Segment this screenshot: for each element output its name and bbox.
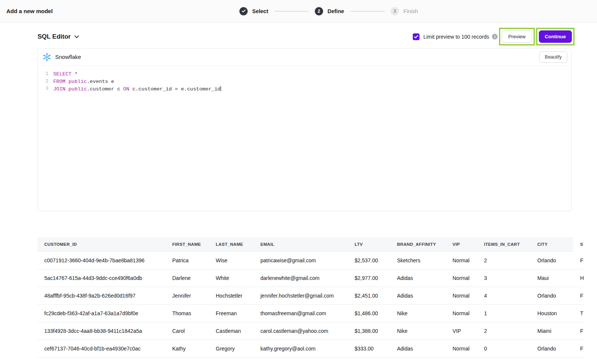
table-cell: Normal bbox=[446, 340, 477, 357]
code-token: .customer c bbox=[87, 86, 123, 92]
code-token: public bbox=[69, 79, 87, 84]
beautify-button[interactable]: Beautify bbox=[539, 51, 567, 63]
column-header: CUSTOMER_ID bbox=[38, 237, 165, 251]
table-cell: 3 bbox=[477, 269, 531, 287]
code-token bbox=[65, 86, 68, 92]
limit-preview-checkbox[interactable] bbox=[413, 33, 420, 40]
continue-highlight-box: Continue bbox=[536, 28, 574, 45]
code-text: JOIN public.customer c ON c.customer_id … bbox=[53, 85, 221, 93]
top-bar: Add a new model Select2Define3Finish bbox=[0, 0, 597, 23]
table-cell: Adidas bbox=[390, 287, 446, 304]
continue-button[interactable]: Continue bbox=[539, 30, 572, 43]
results-table-container: CUSTOMER_IDFIRST_NAMELAST_NAMEEMAILLTVBR… bbox=[38, 237, 584, 358]
column-header: VIP bbox=[446, 237, 477, 251]
page-title: Add a new model bbox=[6, 8, 53, 14]
line-number: 2 bbox=[43, 78, 48, 86]
table-cell: 2 bbox=[477, 322, 531, 340]
table-cell: 1 bbox=[477, 304, 531, 322]
code-token: JOIN bbox=[53, 86, 65, 92]
table-cell: Hochstetler bbox=[209, 287, 254, 304]
table-cell: Jennifer bbox=[165, 287, 209, 304]
table-cell: Patrica bbox=[165, 251, 209, 269]
column-header: LTV bbox=[348, 237, 390, 251]
table-cell: $333.00 bbox=[348, 340, 390, 357]
step-indicator bbox=[239, 7, 248, 15]
info-icon[interactable]: i bbox=[492, 34, 498, 39]
table-cell: Normal bbox=[446, 304, 477, 322]
code-token bbox=[65, 79, 68, 84]
table-cell: H bbox=[573, 269, 584, 287]
table-cell: Maui bbox=[531, 269, 573, 287]
table-cell: Nike bbox=[390, 304, 446, 322]
sql-code-editor[interactable]: 1SELECT *2FROM public.events e3JOIN publ… bbox=[38, 66, 571, 93]
code-token: SELECT bbox=[53, 71, 72, 77]
table-cell: Nike bbox=[390, 322, 446, 340]
table-cell: carol.castleman@yahoo.com bbox=[254, 322, 348, 340]
code-line: 3JOIN public.customer c ON c.customer_id… bbox=[43, 85, 571, 93]
column-header: EMAIL bbox=[254, 237, 348, 251]
preview-button[interactable]: Preview bbox=[502, 30, 532, 43]
table-cell: Adidas bbox=[390, 340, 446, 357]
column-header: ITEMS_IN_CART bbox=[477, 237, 531, 251]
table-cell: $2,537.00 bbox=[348, 251, 390, 269]
table-cell: 48afffbf-95cb-438f-9a2b-626ed0d16f97 bbox=[38, 287, 165, 304]
stepper-connector bbox=[350, 11, 385, 12]
code-line: 2FROM public.events e bbox=[43, 78, 571, 86]
stepper-step-select: Select bbox=[239, 7, 268, 15]
table-cell: $1,486.00 bbox=[348, 304, 390, 322]
sql-editor-label: SQL Editor bbox=[38, 33, 71, 41]
table-cell: T bbox=[573, 304, 584, 322]
table-cell: White bbox=[209, 269, 254, 287]
text-cursor bbox=[221, 86, 221, 91]
connector-name: Snowflake bbox=[55, 54, 81, 60]
table-cell: Normal bbox=[446, 251, 477, 269]
preview-highlight-box: Preview bbox=[499, 28, 534, 45]
code-line: 1SELECT * bbox=[43, 71, 571, 78]
step-indicator: 3 bbox=[391, 7, 399, 15]
table-cell: Thomas bbox=[165, 304, 209, 322]
column-header: CITY bbox=[531, 237, 573, 251]
sql-editor-panel: Snowflake Beautify 1SELECT *2FROM public… bbox=[38, 48, 571, 211]
table-cell: Miami bbox=[531, 322, 573, 340]
column-header: FIRST_NAME bbox=[165, 237, 209, 251]
table-cell: jennifer.hochstetler@gmail.com bbox=[254, 287, 348, 304]
line-number: 1 bbox=[43, 71, 48, 78]
table-cell: Adidas bbox=[390, 269, 446, 287]
stepper-connector bbox=[274, 11, 309, 12]
table-cell: 5ac14767-615a-44d3-9ddc-cce490f6a0db bbox=[38, 269, 165, 287]
table-cell: Kathy bbox=[165, 340, 209, 357]
table-cell: $2,977.00 bbox=[348, 269, 390, 287]
table-cell: Normal bbox=[446, 287, 477, 304]
table-row: c0071912-3660-404d-9e4b-7bae8ba81396Patr… bbox=[38, 251, 584, 269]
table-cell: darlenewhite@gmail.com bbox=[254, 269, 348, 287]
table-cell: Orlando bbox=[531, 251, 573, 269]
table-cell: 4 bbox=[477, 287, 531, 304]
table-cell: Orlando bbox=[531, 340, 573, 357]
table-cell: 0 bbox=[477, 340, 531, 357]
step-indicator: 2 bbox=[315, 7, 323, 15]
code-token: FROM bbox=[53, 79, 65, 84]
table-cell: Orlando bbox=[531, 287, 573, 304]
table-cell: Sketchers bbox=[390, 251, 446, 269]
check-icon bbox=[242, 9, 246, 13]
table-cell: Freeman bbox=[209, 304, 254, 322]
table-cell: 2 bbox=[477, 251, 531, 269]
results-table: CUSTOMER_IDFIRST_NAMELAST_NAMEEMAILLTVBR… bbox=[38, 237, 584, 358]
table-cell: F bbox=[573, 322, 584, 340]
table-cell: $2,451.00 bbox=[348, 287, 390, 304]
code-token: c.customer_id = e.customer_id bbox=[129, 86, 221, 92]
checkmark-icon bbox=[414, 35, 418, 39]
stepper-step-finish: 3Finish bbox=[391, 7, 418, 15]
code-text: FROM public.events e bbox=[53, 78, 114, 86]
table-row: cef67137-7046-40cd-bf1b-ea4930e7c0acKath… bbox=[38, 340, 584, 357]
step-label: Define bbox=[328, 8, 344, 14]
code-token: * bbox=[72, 71, 78, 77]
stepper-step-define: 2Define bbox=[315, 7, 344, 15]
sql-editor-dropdown[interactable]: SQL Editor bbox=[38, 33, 79, 41]
code-text: SELECT * bbox=[53, 71, 78, 78]
table-cell: F bbox=[573, 251, 584, 269]
table-cell: fc29cdeb-f363-42af-a1a7-63a1a7d9bf0e bbox=[38, 304, 165, 322]
table-cell: Houston bbox=[531, 304, 573, 322]
toolbar-row: SQL Editor Limit preview to 100 records … bbox=[38, 28, 574, 45]
table-row: 5ac14767-615a-44d3-9ddc-cce490f6a0dbDarl… bbox=[38, 269, 584, 287]
